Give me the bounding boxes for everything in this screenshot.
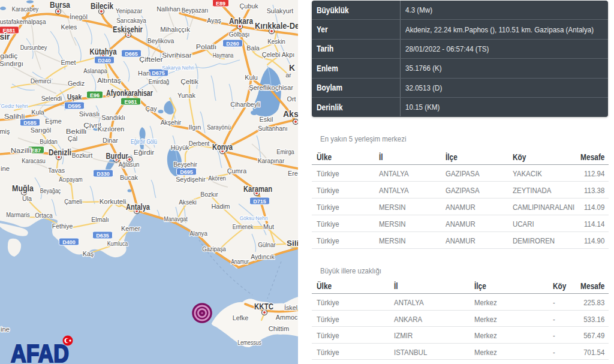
svg-text:Sarıcakaya: Sarıcakaya	[116, 17, 146, 24]
svg-text:Dursunbey: Dursunbey	[20, 44, 47, 51]
svg-text:Bursa: Bursa	[50, 0, 70, 10]
svg-text:Sivrihisar: Sivrihisar	[162, 52, 192, 59]
svg-text:ine: ine	[1, 326, 10, 333]
svg-text:Sultanhanı: Sultanhanı	[258, 125, 288, 132]
svg-text:Afyonkarahisar: Afyonkarahisar	[106, 88, 153, 98]
svg-text:Han: Han	[138, 70, 150, 77]
svg-text:Acıpayam: Acıpayam	[59, 176, 83, 183]
svg-text:D585: D585	[23, 120, 37, 126]
svg-text:Sarıgöl: Sarıgöl	[31, 127, 52, 134]
svg-text:Ort: Ort	[287, 95, 296, 103]
svg-text:Denizli: Denizli	[49, 148, 71, 157]
svg-text:Çumra: Çumra	[227, 167, 246, 175]
svg-text:Karaman: Karaman	[243, 184, 272, 194]
svg-text:Çeltik: Çeltik	[180, 78, 198, 85]
svg-text:Kütahya: Kütahya	[90, 47, 117, 56]
svg-text:E981: E981	[124, 99, 137, 105]
svg-text:Dinar: Dinar	[103, 137, 118, 144]
svg-text:Karapınar: Karapınar	[258, 157, 285, 164]
svg-text:Keles: Keles	[61, 23, 77, 31]
svg-text:Ağlasun: Ağlasun	[119, 161, 140, 168]
svg-text:Beyşehir: Beyşehir	[173, 161, 197, 168]
svg-text:Eskil: Eskil	[260, 116, 273, 123]
svg-text:Aslanapa: Aslanapa	[83, 67, 107, 74]
svg-text:Marmaris: Marmaris	[6, 211, 30, 218]
svg-text:Anamur: Anamur	[231, 258, 249, 265]
svg-text:Mihalıççık: Mihalıççık	[160, 26, 190, 33]
svg-text:E89: E89	[216, 1, 225, 7]
svg-text:Kemer: Kemer	[121, 225, 140, 232]
svg-text:Nallıhan: Nallıhan	[156, 5, 180, 13]
svg-text:Göksu Nehri: Göksu Nehri	[239, 215, 267, 221]
svg-text:Şereflikoçhisar: Şereflikoçhisar	[249, 84, 294, 91]
svg-text:Akören: Akören	[208, 175, 226, 182]
svg-text:Akseki: Akseki	[179, 198, 197, 206]
svg-text:Aydıncık: Aydıncık	[251, 253, 275, 260]
svg-text:Çay: Çay	[145, 105, 157, 112]
svg-text:Sındırgı: Sındırgı	[0, 60, 23, 67]
svg-text:Ortaca: Ortaca	[35, 212, 53, 219]
svg-text:D665: D665	[125, 51, 138, 57]
svg-text:D635: D635	[96, 233, 109, 239]
svg-text:Kula: Kula	[31, 109, 44, 116]
svg-text:Beylikova: Beylikova	[148, 37, 174, 44]
svg-text:Alanya: Alanya	[189, 230, 207, 237]
svg-text:Ankara: Ankara	[229, 16, 253, 26]
svg-text:Bucak: Bucak	[120, 174, 139, 181]
svg-text:Kaş: Kaş	[83, 250, 94, 257]
svg-text:Silifke: Silifke	[287, 239, 298, 248]
svg-text:Akşehir: Akşehir	[161, 119, 182, 126]
svg-text:Fethiye: Fethiye	[52, 222, 73, 230]
svg-text:D400: D400	[62, 239, 76, 245]
svg-text:Kızıloren: Kızıloren	[98, 125, 125, 133]
svg-text:Sakarya Nehri: Sakarya Nehri	[162, 65, 194, 71]
svg-text:Kumluca: Kumluca	[107, 240, 128, 247]
svg-text:Gediz: Gediz	[68, 80, 85, 87]
svg-text:Antalya: Antalya	[126, 202, 150, 212]
svg-text:Gülnar: Gülnar	[258, 241, 276, 248]
svg-text:Emirga: Emirga	[276, 148, 294, 155]
svg-text:D715: D715	[253, 198, 266, 204]
svg-text:ine: ine	[1, 165, 10, 172]
svg-text:Karacasu: Karacasu	[22, 157, 46, 164]
svg-text:Seydişehir: Seydişehir	[176, 176, 206, 183]
svg-text:Gazipaşa: Gazipaşa	[202, 245, 226, 252]
svg-text:ligadiç: ligadiç	[0, 52, 18, 59]
svg-text:Manavgat: Manavgat	[164, 215, 188, 222]
svg-text:Çubuk: Çubuk	[239, 2, 258, 10]
svg-text:Ermenek: Ermenek	[233, 223, 254, 230]
svg-text:Mut: Mut	[263, 223, 274, 230]
svg-text:Hüyük: Hüyük	[171, 144, 189, 151]
svg-text:Çal: Çal	[68, 135, 77, 142]
svg-text:Eskişehir: Eskişehir	[113, 25, 143, 34]
svg-text:Beyağaç: Beyağaç	[40, 187, 61, 194]
svg-text:Uşak: Uşak	[67, 92, 82, 101]
svg-text:Konya: Konya	[212, 142, 233, 152]
svg-text:Burdur: Burdur	[106, 151, 128, 161]
svg-text:Haymana: Haymana	[213, 52, 234, 59]
svg-text:E96: E96	[90, 92, 100, 98]
svg-text:lustafakemalpaşa: lustafakemalpaşa	[0, 18, 46, 25]
svg-text:Sarayönü: Sarayönü	[207, 124, 231, 131]
svg-text:Yunak: Yunak	[177, 92, 196, 99]
svg-text:Ayaş: Ayaş	[207, 17, 221, 24]
svg-text:Ula: Ula	[22, 195, 32, 202]
svg-text:Keskin: Keskin	[267, 38, 285, 45]
svg-text:Ereğli: Ereğli	[288, 170, 298, 177]
svg-text:Bozkurt: Bozkurt	[72, 152, 93, 159]
svg-text:Polatlı: Polatlı	[196, 43, 217, 50]
svg-text:İnegöl: İnegöl	[70, 13, 88, 20]
svg-text:Çameli: Çameli	[64, 198, 82, 205]
svg-text:Nazilli: Nazilli	[11, 147, 32, 154]
svg-text:E87: E87	[31, 148, 41, 154]
svg-text:AFAD: AFAD	[11, 339, 69, 364]
svg-text:Karacabey: Karacabey	[12, 5, 39, 13]
svg-text:Sulakyurt: Sulakyurt	[267, 7, 294, 14]
svg-text:Beypazarı: Beypazarı	[182, 7, 209, 14]
svg-text:Eğirdir Gölü: Eğirdir Gölü	[131, 138, 157, 145]
svg-text:KKTC: KKTC	[254, 302, 273, 311]
svg-text:Lemessus: Lemessus	[237, 339, 261, 346]
svg-text:Hadim: Hadim	[211, 203, 230, 210]
svg-text:Demirci: Demirci	[31, 77, 52, 85]
svg-text:Kulu: Kulu	[245, 74, 258, 81]
